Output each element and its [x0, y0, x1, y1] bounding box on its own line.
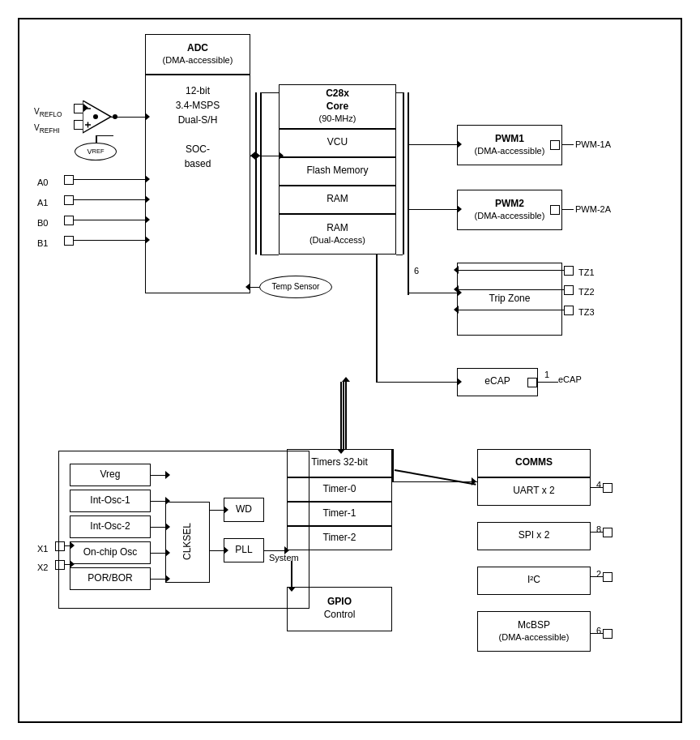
adc-main-block: 12-bit 3.4-MSPS Dual-S/H SOC- based [145, 75, 250, 293]
junction-dot1 [113, 114, 117, 119]
tz1-label: TZ1 [578, 267, 595, 277]
to-ecap [376, 382, 457, 383]
uart-line [591, 487, 603, 489]
pwm1-block: PWM1 (DMA-accessible) [457, 125, 562, 165]
bus-to-cpu-top [260, 92, 279, 94]
left-bus-v2 [260, 92, 262, 255]
b0-label: B0 [37, 218, 48, 228]
tz2-line [459, 289, 564, 291]
bus-to-timers-v2 [345, 382, 347, 449]
vcu-block: VCU [279, 129, 396, 157]
tz1-line [459, 270, 564, 272]
bus-to-ecap-v [376, 255, 378, 382]
bus-from-cpu-top [396, 92, 403, 94]
timer-to-ecap-v [343, 382, 344, 449]
main-diagram: ADC (DMA-accessible) 12-bit 3.4-MSPS Dua… [18, 18, 682, 723]
left-bus-v [255, 92, 257, 255]
tz2-label: TZ2 [578, 287, 595, 297]
pwm1a-line [562, 144, 574, 146]
pwm2a-label: PWM-2A [575, 204, 611, 214]
x2-label: X2 [37, 562, 48, 572]
vref-oval: VREF [75, 143, 117, 160]
vreflo-label: VREFLO [34, 107, 62, 118]
trip-zone-block: Trip Zone [457, 263, 562, 336]
ram1-block: RAM [279, 186, 396, 214]
flash-block: Flash Memory [279, 157, 396, 186]
core-header-block: C28x Core (90-MHz) [279, 84, 396, 129]
spi-block: SPI x 2 [477, 522, 591, 550]
ecap-block: eCAP [457, 368, 538, 396]
a0-label: A0 [37, 178, 48, 187]
pwm1a-label: PWM-1A [575, 139, 611, 149]
bus-to-pwm2 [408, 209, 457, 211]
pwm2-block: PWM2 (DMA-accessible) [457, 190, 562, 230]
bus-to-cpu-bot [260, 255, 279, 256]
bus-to-pwm1 [408, 144, 457, 146]
ecap-to-pin [538, 382, 558, 383]
b1-pin-box [64, 236, 74, 246]
tz3-line [459, 310, 564, 311]
i2c-block: I²C [477, 567, 591, 595]
pwm2a-pin [550, 205, 560, 215]
mcbsp-block: McBSP (DMA-accessible) [477, 611, 591, 652]
pwm2a-line [562, 209, 574, 211]
right-bus-v2 [408, 92, 409, 255]
mcbsp-pin-box [603, 629, 612, 639]
temp-sensor-oval: Temp Sensor [259, 276, 332, 298]
mcbsp-line [591, 633, 603, 635]
vrefhi-label: VREFHI [34, 123, 60, 135]
b0-line [74, 220, 145, 221]
ecap-pin-box [527, 378, 537, 387]
tz3-label: TZ3 [578, 307, 595, 317]
pwm1a-pin [550, 140, 560, 150]
b1-line [74, 240, 145, 242]
adc-out-line [250, 156, 255, 157]
bus-from-cpu-bot [396, 255, 403, 256]
b1-label: B1 [37, 238, 48, 248]
comms-header: COMMS [477, 449, 591, 477]
tz3-pin [564, 306, 574, 315]
uart-block: UART x 2 [477, 477, 591, 506]
bottom-left-cluster-border [58, 451, 309, 609]
ecap-number: 1 [544, 370, 549, 379]
a0-pin-box [64, 175, 74, 185]
ecap-pin-label: eCAP [558, 374, 582, 384]
i2c-line [591, 576, 603, 578]
tz2-pin [564, 285, 574, 295]
to-comms-v [392, 449, 394, 481]
bus-to-tripzone-v [408, 255, 409, 295]
uart-pin-box [603, 483, 612, 493]
right-bus-v1 [403, 92, 404, 255]
tz1-pin [564, 266, 574, 276]
ram2-block: RAM (Dual-Access) [279, 214, 396, 255]
junction-dot2 [93, 114, 98, 119]
x1-label: X1 [37, 544, 48, 554]
i2c-pin-box [603, 572, 612, 582]
a1-line [74, 199, 145, 201]
adc-block: ADC (DMA-accessible) [145, 34, 250, 75]
bus-to-tripzone [408, 293, 457, 294]
a1-pin-box [64, 195, 74, 205]
trip-zone-6: 6 [414, 266, 419, 276]
spi-line [591, 532, 603, 533]
spi-pin-box [603, 528, 612, 537]
b0-pin-box [64, 216, 74, 225]
a0-line [74, 179, 145, 181]
temp-to-adc [250, 287, 259, 289]
a1-label: A1 [37, 198, 48, 207]
vref-h-line [96, 135, 113, 137]
bus-to-timers-v [340, 382, 342, 449]
